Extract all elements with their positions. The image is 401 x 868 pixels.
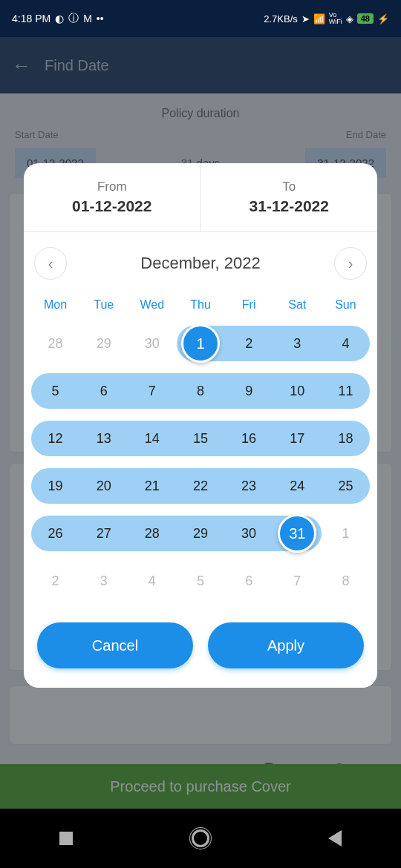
- calendar-day: 6: [225, 557, 273, 605]
- from-column[interactable]: From 01-12-2022: [24, 163, 201, 231]
- calendar-day[interactable]: 24: [273, 462, 322, 510]
- calendar-day[interactable]: 21: [128, 462, 176, 510]
- selected-date[interactable]: 1: [181, 324, 220, 363]
- signal-icon: 📶: [313, 13, 325, 24]
- calendar-day[interactable]: 26: [31, 510, 79, 557]
- recents-button[interactable]: [59, 832, 73, 845]
- modal-actions: Cancel Apply: [24, 612, 377, 688]
- gmail-icon: M: [83, 13, 92, 24]
- calendar-day[interactable]: 5: [31, 367, 79, 415]
- month-label: December, 2022: [140, 254, 260, 273]
- calendar-day[interactable]: 25: [322, 462, 370, 510]
- status-time: 4:18 PM: [12, 13, 50, 24]
- date-picker-modal: From 01-12-2022 To 31-12-2022 ‹ December…: [24, 163, 377, 688]
- calendar-day[interactable]: 18: [322, 415, 370, 462]
- calendar-day[interactable]: 8: [176, 367, 224, 415]
- calendar-day[interactable]: 27: [79, 510, 128, 557]
- calendar-day: 4: [128, 557, 176, 605]
- calendar-day[interactable]: 16: [225, 415, 273, 462]
- status-right: 2.7KB/s ➤ 📶 VoWiFi ◈ 48 ⚡: [264, 12, 389, 25]
- calendar-day[interactable]: 14: [128, 415, 176, 462]
- calendar-day-header: Sat: [273, 290, 322, 320]
- calendar-day: 28: [31, 320, 79, 367]
- modal-header: From 01-12-2022 To 31-12-2022: [24, 163, 377, 232]
- from-label: From: [24, 180, 200, 194]
- calendar-day[interactable]: 13: [79, 415, 128, 462]
- calendar-day[interactable]: 12: [31, 415, 79, 462]
- calendar-day[interactable]: 28: [128, 510, 176, 557]
- calendar-day[interactable]: 15: [176, 415, 224, 462]
- calendar-day: 5: [176, 557, 224, 605]
- calendar-week-row: 262728293031131: [31, 510, 370, 557]
- charging-icon: ⚡: [377, 13, 389, 24]
- calendar-day-header: Wed: [128, 290, 176, 320]
- status-icon: ◐: [55, 13, 64, 24]
- to-column[interactable]: To 31-12-2022: [201, 163, 378, 231]
- calendar-day[interactable]: 29: [176, 510, 224, 557]
- net-speed: 2.7KB/s: [264, 13, 298, 24]
- calendar-header-row: MonTueWedThuFriSatSun: [31, 290, 370, 320]
- home-button[interactable]: [192, 829, 209, 847]
- calendar-day[interactable]: 23: [225, 462, 273, 510]
- to-label: To: [201, 180, 378, 194]
- more-icon: ••: [97, 13, 104, 24]
- from-value: 01-12-2022: [24, 197, 200, 215]
- status-left: 4:18 PM ◐ ⓘ M ••: [12, 12, 104, 25]
- vowifi-icon: VoWiFi: [329, 12, 342, 25]
- calendar-day-header: Thu: [176, 290, 224, 320]
- calendar-day: 30: [128, 320, 176, 367]
- calendar-day[interactable]: 10: [273, 367, 322, 415]
- battery-icon: 48: [357, 13, 374, 24]
- selected-date[interactable]: 31: [278, 514, 316, 553]
- status-icon: ⓘ: [68, 12, 79, 25]
- prev-month-button[interactable]: ‹: [34, 247, 67, 280]
- calendar-day-header: Sun: [322, 290, 370, 320]
- next-month-button[interactable]: ›: [334, 247, 367, 280]
- calendar-week-row: 28293012341: [31, 320, 370, 367]
- calendar-day: 2: [31, 557, 79, 605]
- to-value: 31-12-2022: [201, 197, 378, 215]
- calendar-day[interactable]: 3: [273, 320, 322, 367]
- calendar-day[interactable]: 2: [225, 320, 273, 367]
- back-nav-button[interactable]: [328, 830, 342, 846]
- location-icon: ➤: [301, 13, 310, 24]
- cancel-button[interactable]: Cancel: [37, 622, 193, 668]
- calendar-day[interactable]: 4: [322, 320, 370, 367]
- calendar-day[interactable]: 9: [225, 367, 273, 415]
- calendar-day: 8: [322, 557, 370, 605]
- calendar-week-row: 567891011: [31, 367, 370, 415]
- calendar-week-row: 19202122232425: [31, 462, 370, 510]
- calendar-day[interactable]: 17: [273, 415, 322, 462]
- calendar-day: 3: [79, 557, 128, 605]
- calendar-week-row: 12131415161718: [31, 415, 370, 462]
- status-bar: 4:18 PM ◐ ⓘ M •• 2.7KB/s ➤ 📶 VoWiFi ◈ 48…: [0, 0, 401, 37]
- calendar-week-row: 2345678: [31, 557, 370, 605]
- calendar-day[interactable]: 20: [79, 462, 128, 510]
- android-nav-bar: [0, 809, 401, 868]
- calendar-day-header: Mon: [31, 290, 79, 320]
- calendar-day: 1: [322, 510, 370, 557]
- calendar-day[interactable]: 22: [176, 462, 224, 510]
- calendar-day[interactable]: 19: [31, 462, 79, 510]
- calendar-day[interactable]: 11: [322, 367, 370, 415]
- calendar-day[interactable]: 7: [128, 367, 176, 415]
- calendar-day: 29: [79, 320, 128, 367]
- calendar-day-header: Fri: [225, 290, 273, 320]
- calendar-day[interactable]: 30: [225, 510, 273, 557]
- calendar-grid: MonTueWedThuFriSatSun 282930123415678910…: [24, 290, 377, 612]
- month-selector: ‹ December, 2022 ›: [24, 232, 377, 290]
- modal-overlay[interactable]: From 01-12-2022 To 31-12-2022 ‹ December…: [0, 37, 401, 809]
- calendar-day: 7: [273, 557, 322, 605]
- calendar-day-header: Tue: [79, 290, 128, 320]
- apply-button[interactable]: Apply: [208, 622, 364, 668]
- wifi-icon: ◈: [346, 13, 353, 24]
- calendar-day[interactable]: 6: [79, 367, 128, 415]
